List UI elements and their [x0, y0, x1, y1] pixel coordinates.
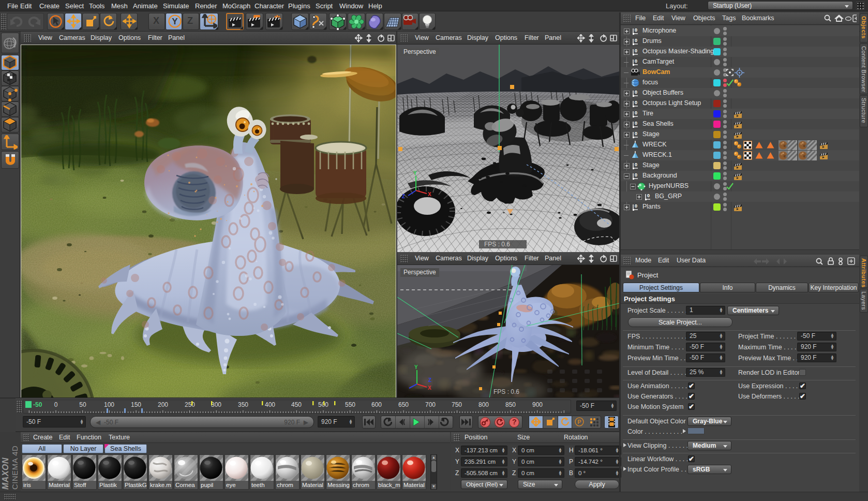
- svg-text:Y: Y: [172, 17, 178, 26]
- svg-text:Z: Z: [428, 377, 431, 383]
- svg-text:0: 0: [635, 172, 637, 178]
- svg-text:0: 0: [54, 401, 58, 408]
- svg-text:800: 800: [478, 401, 489, 408]
- svg-text:0: 0: [635, 121, 637, 126]
- svg-text:700: 700: [425, 401, 436, 408]
- svg-text:0: 0: [635, 27, 637, 33]
- svg-text:0: 0: [635, 131, 637, 136]
- svg-text:0: 0: [635, 203, 637, 209]
- svg-text:400: 400: [265, 401, 275, 408]
- svg-text:0: 0: [635, 110, 637, 115]
- svg-text:550: 550: [345, 401, 355, 408]
- svg-text:X: X: [428, 385, 431, 391]
- svg-text:FPS : 0.6: FPS : 0.6: [484, 241, 510, 248]
- svg-text:300: 300: [211, 401, 221, 408]
- svg-text:P: P: [577, 419, 581, 425]
- svg-text:850: 850: [505, 401, 516, 408]
- svg-text:350: 350: [238, 401, 248, 408]
- svg-text:200: 200: [158, 401, 168, 408]
- svg-text:250: 250: [185, 401, 195, 408]
- svg-text:600: 600: [371, 401, 382, 408]
- svg-text:FPS : 0.6: FPS : 0.6: [493, 388, 519, 395]
- svg-text:150: 150: [131, 401, 141, 408]
- svg-text:450: 450: [291, 401, 302, 408]
- svg-text:0: 0: [635, 48, 637, 53]
- svg-text:X: X: [428, 191, 431, 197]
- svg-text:750: 750: [452, 401, 462, 408]
- svg-text:0: 0: [635, 58, 637, 64]
- svg-text:0: 0: [647, 193, 650, 198]
- svg-text:900: 900: [532, 401, 543, 408]
- svg-text:650: 650: [398, 401, 409, 408]
- svg-text:50: 50: [79, 401, 86, 408]
- svg-text:100: 100: [104, 401, 114, 408]
- svg-text:Z: Z: [402, 194, 405, 199]
- svg-text:0: 0: [635, 100, 637, 105]
- svg-text:0: 0: [635, 90, 637, 95]
- svg-text:0: 0: [635, 162, 637, 167]
- svg-text:0: 0: [635, 38, 637, 43]
- svg-text:Y: Y: [414, 364, 418, 370]
- svg-text:Y: Y: [413, 170, 417, 176]
